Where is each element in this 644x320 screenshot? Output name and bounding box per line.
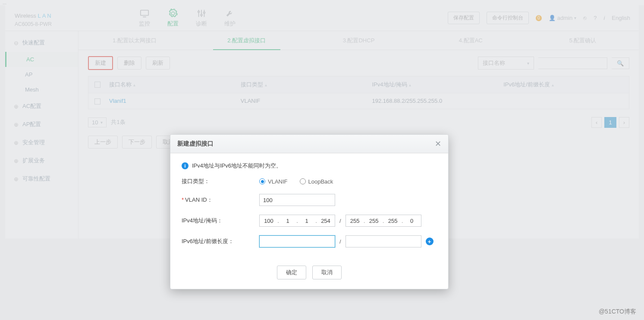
- radio-dot-icon: [300, 178, 306, 184]
- modal-cancel-button[interactable]: 取消: [312, 266, 342, 279]
- svg-rect-0: [141, 10, 148, 15]
- new-virtual-interface-modal: 新建虚拟接口 ✕ i IPv4地址与IPv6地址不能同时为空。 接口类型： VL…: [170, 134, 449, 289]
- ipv4-address-input[interactable]: 100. 1. 1. 254: [259, 215, 335, 227]
- chevron-down-icon: ▾: [527, 61, 529, 66]
- pager-row: 10▾ 共1条 ‹ 1 ›: [88, 117, 629, 128]
- step-3[interactable]: 3.配置DHCP: [303, 31, 415, 50]
- sort-icon: ▴: [552, 82, 554, 87]
- nav-diagnose[interactable]: 诊断: [196, 9, 207, 28]
- cell-ipv6: [497, 93, 629, 109]
- radio-loopback[interactable]: LoopBack: [300, 178, 333, 185]
- cell-name[interactable]: Vlanif1: [103, 93, 235, 109]
- total-label: 共1条: [111, 118, 125, 126]
- ipv6-prefix-input[interactable]: [346, 235, 421, 247]
- row-checkbox[interactable]: [94, 98, 101, 105]
- ipv6-address-input[interactable]: [259, 235, 335, 247]
- prev-step-button[interactable]: 上一步: [88, 136, 118, 149]
- language-switch[interactable]: English: [612, 15, 630, 21]
- plus-icon: ⊕: [13, 158, 19, 164]
- step-4[interactable]: 4.配置AC: [415, 31, 527, 50]
- row-ipv4: IPv4地址/掩码： 100. 1. 1. 254 / 255. 255. 25…: [182, 215, 437, 227]
- next-step-button[interactable]: 下一步: [122, 136, 152, 149]
- sidebar-item-ap[interactable]: AP: [5, 67, 78, 82]
- sidebar-security[interactable]: ⊕安全管理: [5, 133, 78, 152]
- wrench-icon: [225, 9, 235, 18]
- modal-title: 新建虚拟接口: [177, 140, 214, 148]
- logout-icon[interactable]: ⎋: [583, 15, 587, 21]
- chevron-down-icon: ▾: [101, 120, 103, 125]
- monitor-icon: [140, 9, 149, 18]
- svg-rect-1: [143, 16, 146, 17]
- col-type[interactable]: 接口类型▴: [235, 76, 366, 93]
- delete-button[interactable]: 删除: [117, 57, 141, 70]
- row-ipv6: IPv6地址/前缀长度： / +: [182, 235, 437, 247]
- sidebar-extension[interactable]: ⊕扩展业务: [5, 152, 78, 170]
- label-vlan-id: *VLAN ID：: [182, 196, 259, 204]
- page-1[interactable]: 1: [604, 117, 616, 128]
- modal-ok-button[interactable]: 确定: [277, 266, 306, 279]
- sort-icon: ▴: [133, 82, 135, 87]
- step-1[interactable]: 1.配置以太网接口: [79, 31, 191, 50]
- table-header: 接口名称▴ 接口类型▴ IPv4地址/掩码▴ IPv6地址/前缀长度▴: [88, 76, 629, 93]
- save-config-button[interactable]: 保存配置: [448, 12, 480, 24]
- sidebar-item-ac[interactable]: AC: [5, 52, 78, 67]
- sidebar-ac-config[interactable]: ⊕AC配置: [5, 97, 78, 115]
- header-right: 保存配置 命令行控制台 0 👤 admin ▾ ⎋ ? i English: [448, 12, 639, 24]
- plus-icon: ⊕: [13, 139, 19, 146]
- plus-icon: ⊕: [13, 121, 19, 127]
- col-name[interactable]: 接口名称▴: [103, 76, 235, 93]
- modal-info: i IPv4地址与IPv6地址不能同时为空。: [182, 162, 437, 170]
- col-ipv4[interactable]: IPv4地址/掩码▴: [366, 76, 498, 93]
- header: Wireless LAN AC6005-8-PWR 监控 配置 诊断 维护 保存…: [5, 5, 639, 31]
- search-input[interactable]: [538, 57, 607, 69]
- search-button[interactable]: 🔍: [612, 57, 629, 69]
- page-prev[interactable]: ‹: [591, 117, 602, 128]
- page-next[interactable]: ›: [619, 117, 629, 128]
- table-row[interactable]: Vlanif1 VLANIF 192.168.88.2/255.255.255.…: [88, 93, 629, 109]
- user-menu[interactable]: 👤 admin ▾: [549, 15, 576, 21]
- minus-icon: ⊖: [13, 40, 19, 46]
- sidebar-ap-config[interactable]: ⊕AP配置: [5, 115, 78, 133]
- interface-table: 接口名称▴ 接口类型▴ IPv4地址/掩码▴ IPv6地址/前缀长度▴ Vlan…: [88, 76, 629, 109]
- step-2[interactable]: 2.配置虚拟接口: [191, 31, 303, 50]
- top-nav: 监控 配置 诊断 维护: [96, 9, 236, 28]
- toolbar: 新建 删除 刷新 接口名称▾ 🔍: [79, 50, 639, 76]
- watermark: @51CTO博客: [599, 308, 636, 316]
- radio-vlanif[interactable]: VLANIF: [259, 178, 288, 185]
- sidebar: ⊖快速配置 AC AP Mesh ⊕AC配置 ⊕AP配置 ⊕安全管理 ⊕扩展业务…: [5, 31, 79, 238]
- radio-dot-icon: [259, 178, 265, 184]
- modal-header: 新建虚拟接口 ✕: [170, 135, 448, 153]
- new-button[interactable]: 新建: [88, 56, 113, 70]
- modal-footer: 确定 取消: [170, 260, 448, 289]
- svg-point-5: [198, 11, 200, 13]
- sidebar-reliability[interactable]: ⊕可靠性配置: [5, 170, 78, 188]
- sidebar-item-mesh[interactable]: Mesh: [5, 82, 78, 97]
- search-field-select[interactable]: 接口名称▾: [478, 57, 534, 70]
- add-icon[interactable]: +: [426, 238, 434, 245]
- chevron-down-icon: ▾: [574, 16, 576, 20]
- svg-point-7: [204, 12, 205, 13]
- close-icon[interactable]: ✕: [435, 139, 441, 149]
- nav-config[interactable]: 配置: [167, 9, 179, 28]
- brand-title: Wireless LAN: [15, 9, 86, 20]
- sliders-icon: [197, 9, 206, 18]
- refresh-button[interactable]: 刷新: [146, 57, 170, 70]
- label-ipv4: IPv4地址/掩码：: [182, 217, 259, 225]
- svg-point-6: [201, 14, 202, 16]
- alert-icon[interactable]: 0: [536, 15, 542, 21]
- cli-console-button[interactable]: 命令行控制台: [487, 12, 529, 24]
- info-icon[interactable]: i: [603, 15, 605, 21]
- page-size-select[interactable]: 10▾: [88, 117, 107, 127]
- help-icon[interactable]: ?: [594, 15, 597, 21]
- nav-monitor[interactable]: 监控: [139, 9, 150, 28]
- wizard-steps: 1.配置以太网接口 2.配置虚拟接口 3.配置DHCP 4.配置AC 5.配置确…: [79, 31, 639, 50]
- select-all-checkbox[interactable]: [94, 82, 101, 88]
- sidebar-quick-config[interactable]: ⊖快速配置: [5, 34, 78, 52]
- step-5[interactable]: 5.配置确认: [527, 31, 639, 50]
- ipv4-mask-input[interactable]: 255. 255. 255. 0: [346, 215, 421, 227]
- sort-icon: ▴: [265, 82, 267, 87]
- vlan-id-input[interactable]: [259, 194, 335, 206]
- cell-ipv4: 192.168.88.2/255.255.255.0: [366, 93, 498, 109]
- nav-maintain[interactable]: 维护: [224, 9, 236, 28]
- col-ipv6[interactable]: IPv6地址/前缀长度▴: [497, 76, 629, 93]
